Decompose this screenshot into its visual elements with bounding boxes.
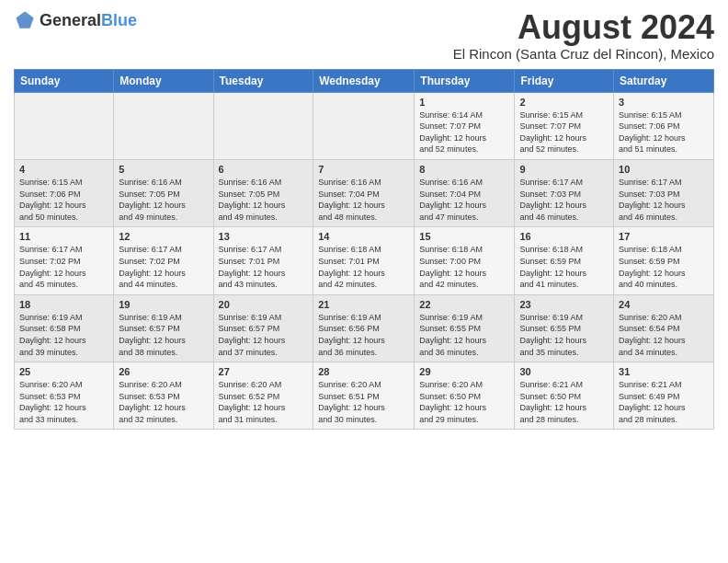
calendar-cell: 12Sunrise: 6:17 AM Sunset: 7:02 PM Dayli… — [114, 227, 213, 294]
calendar-cell: 21Sunrise: 6:19 AM Sunset: 6:56 PM Dayli… — [313, 294, 415, 362]
day-number: 17 — [619, 231, 709, 242]
day-number: 21 — [318, 299, 409, 310]
calendar-cell: 14Sunrise: 6:18 AM Sunset: 7:01 PM Dayli… — [313, 227, 415, 294]
calendar-table: SundayMondayTuesdayWednesdayThursdayFrid… — [14, 69, 714, 431]
day-number: 22 — [419, 299, 509, 310]
calendar-cell: 19Sunrise: 6:19 AM Sunset: 6:57 PM Dayli… — [114, 294, 213, 362]
logo-text: GeneralBlue — [40, 11, 137, 30]
day-number: 6 — [219, 164, 309, 175]
calendar-cell: 7Sunrise: 6:16 AM Sunset: 7:04 PM Daylig… — [313, 159, 415, 226]
calendar-week-3: 11Sunrise: 6:17 AM Sunset: 7:02 PM Dayli… — [15, 227, 714, 294]
calendar-cell: 31Sunrise: 6:21 AM Sunset: 6:49 PM Dayli… — [614, 362, 714, 430]
day-info: Sunrise: 6:19 AM Sunset: 6:55 PM Dayligh… — [519, 312, 609, 358]
day-number: 13 — [219, 231, 309, 242]
calendar-body: 1Sunrise: 6:14 AM Sunset: 7:07 PM Daylig… — [15, 92, 714, 430]
header-day-wednesday: Wednesday — [313, 69, 415, 92]
day-info: Sunrise: 6:16 AM Sunset: 7:05 PM Dayligh… — [119, 177, 208, 223]
calendar-cell: 13Sunrise: 6:17 AM Sunset: 7:01 PM Dayli… — [213, 227, 313, 294]
calendar-cell: 11Sunrise: 6:17 AM Sunset: 7:02 PM Dayli… — [15, 227, 114, 294]
calendar-cell: 9Sunrise: 6:17 AM Sunset: 7:03 PM Daylig… — [515, 159, 614, 226]
calendar-cell — [15, 92, 114, 159]
day-number: 7 — [318, 164, 409, 175]
header-day-tuesday: Tuesday — [213, 69, 313, 92]
day-info: Sunrise: 6:16 AM Sunset: 7:04 PM Dayligh… — [318, 177, 409, 223]
day-number: 26 — [119, 366, 208, 377]
day-info: Sunrise: 6:17 AM Sunset: 7:03 PM Dayligh… — [619, 177, 709, 223]
day-number: 5 — [119, 164, 208, 175]
calendar-cell: 5Sunrise: 6:16 AM Sunset: 7:05 PM Daylig… — [114, 159, 213, 226]
day-number: 10 — [619, 164, 709, 175]
day-info: Sunrise: 6:19 AM Sunset: 6:56 PM Dayligh… — [318, 312, 409, 358]
day-number: 14 — [318, 231, 409, 242]
calendar-cell — [313, 92, 415, 159]
day-info: Sunrise: 6:20 AM Sunset: 6:51 PM Dayligh… — [318, 379, 409, 425]
day-number: 27 — [219, 366, 309, 377]
day-info: Sunrise: 6:16 AM Sunset: 7:04 PM Dayligh… — [419, 177, 509, 223]
day-info: Sunrise: 6:17 AM Sunset: 7:02 PM Dayligh… — [119, 244, 208, 290]
day-number: 12 — [119, 231, 208, 242]
day-info: Sunrise: 6:18 AM Sunset: 6:59 PM Dayligh… — [619, 244, 709, 290]
day-number: 15 — [419, 231, 509, 242]
calendar-cell: 15Sunrise: 6:18 AM Sunset: 7:00 PM Dayli… — [415, 227, 515, 294]
calendar-cell: 30Sunrise: 6:21 AM Sunset: 6:50 PM Dayli… — [515, 362, 614, 430]
day-info: Sunrise: 6:20 AM Sunset: 6:53 PM Dayligh… — [119, 379, 208, 425]
day-info: Sunrise: 6:17 AM Sunset: 7:02 PM Dayligh… — [19, 244, 108, 290]
calendar-cell: 10Sunrise: 6:17 AM Sunset: 7:03 PM Dayli… — [614, 159, 714, 226]
day-info: Sunrise: 6:19 AM Sunset: 6:55 PM Dayligh… — [419, 312, 509, 358]
calendar-week-5: 25Sunrise: 6:20 AM Sunset: 6:53 PM Dayli… — [15, 362, 714, 430]
day-info: Sunrise: 6:19 AM Sunset: 6:57 PM Dayligh… — [119, 312, 208, 358]
calendar-cell: 6Sunrise: 6:16 AM Sunset: 7:05 PM Daylig… — [213, 159, 313, 226]
calendar-cell: 28Sunrise: 6:20 AM Sunset: 6:51 PM Dayli… — [313, 362, 415, 430]
calendar-cell: 4Sunrise: 6:15 AM Sunset: 7:06 PM Daylig… — [15, 159, 114, 226]
header-day-sunday: Sunday — [15, 69, 114, 92]
day-info: Sunrise: 6:21 AM Sunset: 6:50 PM Dayligh… — [519, 379, 609, 425]
title-block: August 2024 El Rincon (Santa Cruz del Ri… — [453, 9, 714, 62]
day-number: 28 — [318, 366, 409, 377]
calendar-week-1: 1Sunrise: 6:14 AM Sunset: 7:07 PM Daylig… — [15, 92, 714, 159]
day-info: Sunrise: 6:20 AM Sunset: 6:52 PM Dayligh… — [219, 379, 309, 425]
day-number: 2 — [519, 97, 609, 108]
day-number: 25 — [19, 366, 108, 377]
calendar-cell: 26Sunrise: 6:20 AM Sunset: 6:53 PM Dayli… — [114, 362, 213, 430]
calendar-header: SundayMondayTuesdayWednesdayThursdayFrid… — [15, 69, 714, 92]
location-subtitle: El Rincon (Santa Cruz del Rincon), Mexic… — [453, 46, 714, 62]
calendar-cell: 16Sunrise: 6:18 AM Sunset: 6:59 PM Dayli… — [515, 227, 614, 294]
day-info: Sunrise: 6:18 AM Sunset: 6:59 PM Dayligh… — [519, 244, 609, 290]
logo-blue: Blue — [101, 11, 137, 29]
calendar-cell: 22Sunrise: 6:19 AM Sunset: 6:55 PM Dayli… — [415, 294, 515, 362]
calendar-cell: 17Sunrise: 6:18 AM Sunset: 6:59 PM Dayli… — [614, 227, 714, 294]
day-number: 9 — [519, 164, 609, 175]
day-info: Sunrise: 6:17 AM Sunset: 7:03 PM Dayligh… — [519, 177, 609, 223]
day-info: Sunrise: 6:14 AM Sunset: 7:07 PM Dayligh… — [419, 109, 509, 155]
day-number: 8 — [419, 164, 509, 175]
header-day-thursday: Thursday — [415, 69, 515, 92]
day-number: 19 — [119, 299, 208, 310]
day-number: 3 — [619, 97, 709, 108]
calendar-cell: 20Sunrise: 6:19 AM Sunset: 6:57 PM Dayli… — [213, 294, 313, 362]
day-number: 11 — [19, 231, 108, 242]
day-number: 30 — [519, 366, 609, 377]
day-info: Sunrise: 6:20 AM Sunset: 6:50 PM Dayligh… — [419, 379, 509, 425]
calendar-cell — [114, 92, 213, 159]
day-number: 24 — [619, 299, 709, 310]
calendar-cell: 2Sunrise: 6:15 AM Sunset: 7:07 PM Daylig… — [515, 92, 614, 159]
day-info: Sunrise: 6:18 AM Sunset: 7:00 PM Dayligh… — [419, 244, 509, 290]
day-info: Sunrise: 6:20 AM Sunset: 6:54 PM Dayligh… — [619, 312, 709, 358]
day-info: Sunrise: 6:18 AM Sunset: 7:01 PM Dayligh… — [318, 244, 409, 290]
day-info: Sunrise: 6:19 AM Sunset: 6:58 PM Dayligh… — [19, 312, 108, 358]
header-day-friday: Friday — [515, 69, 614, 92]
calendar-cell: 8Sunrise: 6:16 AM Sunset: 7:04 PM Daylig… — [415, 159, 515, 226]
day-info: Sunrise: 6:21 AM Sunset: 6:49 PM Dayligh… — [619, 379, 709, 425]
calendar-week-2: 4Sunrise: 6:15 AM Sunset: 7:06 PM Daylig… — [15, 159, 714, 226]
day-info: Sunrise: 6:15 AM Sunset: 7:07 PM Dayligh… — [519, 109, 609, 155]
day-number: 16 — [519, 231, 609, 242]
calendar-cell: 25Sunrise: 6:20 AM Sunset: 6:53 PM Dayli… — [15, 362, 114, 430]
header-day-monday: Monday — [114, 69, 213, 92]
month-year-title: August 2024 — [453, 9, 714, 46]
day-number: 4 — [19, 164, 108, 175]
calendar-cell: 24Sunrise: 6:20 AM Sunset: 6:54 PM Dayli… — [614, 294, 714, 362]
calendar-week-4: 18Sunrise: 6:19 AM Sunset: 6:58 PM Dayli… — [15, 294, 714, 362]
calendar-cell: 23Sunrise: 6:19 AM Sunset: 6:55 PM Dayli… — [515, 294, 614, 362]
day-number: 1 — [419, 97, 509, 108]
logo: GeneralBlue — [14, 9, 137, 31]
